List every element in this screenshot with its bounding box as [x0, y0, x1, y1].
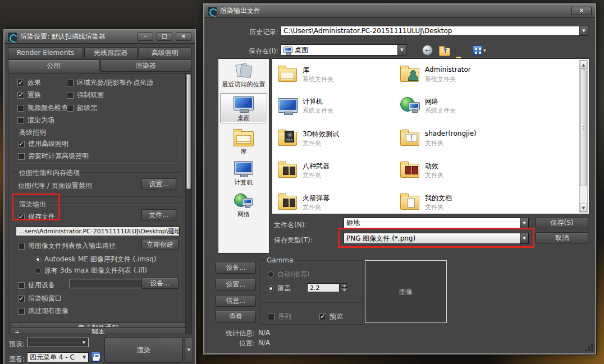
close-icon[interactable]: [176, 33, 191, 41]
preset-dropdown[interactable]: -------------------- ▼: [27, 338, 89, 347]
radio-legacy-ifl[interactable]: 原有 3ds max 图像文件列表 (.ifl): [35, 266, 147, 275]
tab-row-bottom: 公用 渲染器: [8, 59, 191, 72]
devices-button[interactable]: 设备...: [216, 262, 256, 274]
checkbox-label: 置换: [28, 90, 41, 100]
file-list-scrollbar[interactable]: ▲ ▼: [579, 60, 588, 213]
close-icon[interactable]: [571, 7, 592, 15]
checkbox-label: 渲染帧窗口: [28, 294, 62, 303]
preview-checkbox[interactable]: 预览: [319, 312, 343, 321]
gamma-auto-radio[interactable]: 自动(推荐): [268, 270, 309, 279]
list-item[interactable]: 我的文档 文件夹: [400, 191, 518, 218]
gamma-auto-label: 自动(推荐): [277, 270, 309, 279]
tab-render-elements[interactable]: Render Elements: [8, 47, 83, 58]
save-button[interactable]: 保存(S): [536, 217, 588, 228]
bitmap-setup-button[interactable]: 设置...: [141, 178, 176, 190]
gamma-override-radio[interactable]: 覆盖: [268, 284, 291, 293]
checkbox-super-black[interactable]: 超级黑: [67, 103, 97, 113]
tab-raytracer[interactable]: 光线跟踪器: [84, 47, 138, 58]
lock-viewport-icon[interactable]: [91, 352, 100, 362]
checkbox-image-file-list[interactable]: 将图像文件列表放入输出路径: [18, 241, 116, 251]
checkbox-area-lights[interactable]: 区域光源/阴影视作点光源: [67, 78, 153, 87]
history-dropdown[interactable]: C:\Users\Administrator.PC-20151111ULUJ\D…: [281, 26, 588, 36]
file-name: 动效: [425, 162, 438, 171]
scrollbar-thumb[interactable]: [186, 74, 191, 189]
viewport-dropdown[interactable]: 四元菜单 4 - C ▼: [27, 352, 89, 362]
checkbox-effects[interactable]: 效果: [17, 78, 41, 87]
save-in-label: 保存在(I):: [216, 47, 278, 56]
place-desktop[interactable]: 桌面: [218, 96, 269, 122]
list-item[interactable]: 火箭弹幕 文件夹: [278, 191, 396, 218]
place-computer[interactable]: 计算机: [218, 161, 269, 187]
list-item[interactable]: shader(rongjie) 文件夹: [400, 127, 518, 154]
file-name: 火箭弹幕: [303, 193, 330, 203]
create-now-button[interactable]: 立即创建: [141, 239, 179, 250]
chevron-down-icon: ▼: [83, 355, 86, 360]
checkbox-video-color-check[interactable]: 视频颜色检查: [17, 103, 68, 113]
minimize-icon[interactable]: [138, 33, 153, 41]
save-in-dropdown[interactable]: 桌面 ▼: [281, 44, 406, 56]
location-label: 位置:: [210, 339, 255, 348]
output-path-field[interactable]: ...sers\Administrator.PC-20151111ULUJ\De…: [16, 227, 180, 236]
list-item[interactable]: 计算机 系统文件夹: [278, 95, 396, 122]
list-item[interactable]: 3D特效测试 文件夹: [278, 127, 396, 154]
list-item[interactable]: Administrator 系统文件夹: [400, 63, 518, 90]
view-button[interactable]: 查看: [216, 311, 256, 322]
tab-common[interactable]: 公用: [8, 59, 99, 72]
radio-icon: [268, 271, 274, 278]
info-button[interactable]: 信息...: [216, 295, 256, 307]
chevron-down-icon[interactable]: ▼: [397, 45, 406, 55]
list-item[interactable]: 八种武器 文件夹: [278, 159, 396, 186]
view-menu-icon: [473, 45, 482, 55]
device-input[interactable]: [70, 279, 143, 288]
checkbox-icon: [17, 105, 24, 112]
back-icon[interactable]: ←: [422, 45, 433, 56]
tab-renderer[interactable]: 渲染器: [100, 59, 192, 72]
rollup-scripts[interactable]: 脚本: [11, 327, 186, 334]
gamma-value-input[interactable]: 2.2: [307, 283, 340, 292]
checkbox-force-2sided[interactable]: 强制双面: [67, 90, 104, 100]
checkbox-use-device[interactable]: 使用设备: [18, 280, 55, 290]
checkbox-save-file[interactable]: 保存文件: [18, 212, 55, 222]
chevron-down-icon[interactable]: ▼: [520, 218, 528, 228]
checkbox-use-advanced-lighting[interactable]: 使用高级照明: [18, 139, 68, 149]
tab-advanced-lighting[interactable]: 高级照明: [139, 47, 192, 58]
chevron-down-icon[interactable]: ▼: [579, 26, 588, 35]
filetype-dropdown[interactable]: PNG 图像文件 (*.png) ▼: [344, 233, 529, 244]
radio-autodesk-imsq[interactable]: Autodesk ME 图像序列文件 (.imsq): [35, 255, 157, 264]
checkbox-render-to-fields[interactable]: 渲染为场: [17, 116, 54, 125]
filename-input[interactable]: 砸地 ▼: [344, 218, 529, 228]
cancel-button[interactable]: 取消: [536, 232, 588, 243]
folder-icon: [400, 132, 419, 146]
chevron-down-icon[interactable]: ▼: [520, 233, 528, 243]
gamma-spinner[interactable]: ▲▼: [341, 283, 348, 292]
viewport-label: 查看:: [9, 354, 25, 364]
checkbox-render-frame-window[interactable]: 渲染帧窗口: [18, 294, 62, 303]
place-recent[interactable]: 最近访问的位置: [218, 62, 269, 89]
render-button[interactable]: 渲染: [104, 337, 183, 363]
files-button[interactable]: 文件...: [141, 209, 176, 220]
scroll-up-icon[interactable]: ▲: [580, 61, 587, 69]
place-libraries[interactable]: 库: [218, 128, 269, 156]
devices-button[interactable]: 设备...: [141, 278, 179, 289]
checkbox-displacement[interactable]: 置换: [17, 90, 41, 100]
scroll-down-icon[interactable]: ▼: [580, 204, 587, 212]
panel-scrollbar[interactable]: [185, 73, 191, 334]
sequence-checkbox[interactable]: 序列: [268, 312, 291, 321]
list-item[interactable]: 库 系统文件夹: [278, 63, 396, 90]
up-one-level-icon[interactable]: ↑: [439, 48, 450, 56]
location-value: N/A: [258, 339, 270, 347]
list-item[interactable]: 动效 文件夹: [400, 159, 518, 186]
scrollbar-thumb[interactable]: [580, 70, 587, 186]
resize-grip[interactable]: [585, 344, 593, 351]
place-network[interactable]: 网络: [218, 193, 269, 219]
checkbox-compute-advanced-lighting[interactable]: 需要时计算高级照明: [18, 151, 89, 161]
setup-button[interactable]: 设置...: [216, 279, 256, 291]
list-item[interactable]: 网络 系统文件夹: [400, 95, 518, 122]
view-menu-button[interactable]: ▼: [473, 45, 486, 55]
checkbox-label: 跳过现有图像: [28, 306, 68, 316]
render-split-arrow[interactable]: ▼: [185, 337, 193, 363]
maximize-icon[interactable]: [157, 33, 172, 41]
file-type: 系统文件夹: [303, 107, 333, 115]
checkbox-skip-existing[interactable]: 跳过现有图像: [18, 306, 68, 316]
radio-icon: [268, 285, 274, 292]
